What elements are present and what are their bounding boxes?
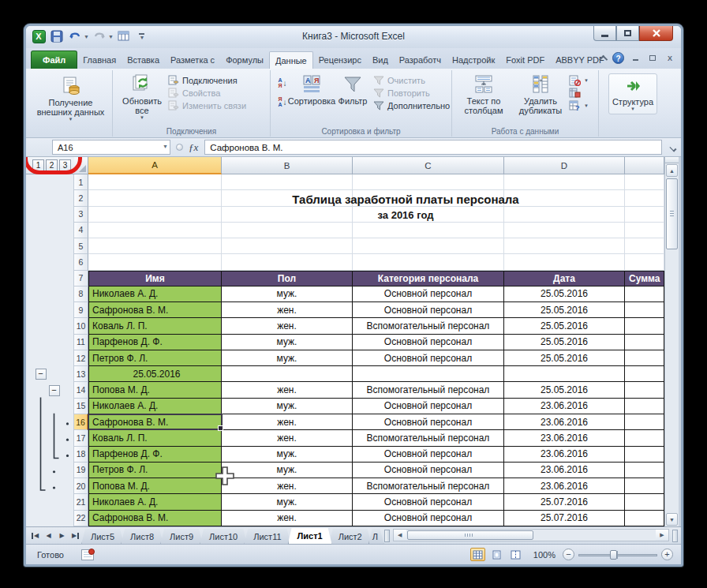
cell[interactable] — [88, 254, 222, 270]
row-header-22[interactable]: 22 — [74, 511, 88, 526]
cell-A22[interactable]: Сафронова В. М. — [88, 511, 222, 526]
cell-C19[interactable]: Основной персонал — [353, 463, 504, 478]
cell-B17[interactable]: жен. — [222, 430, 353, 446]
column-header-B[interactable]: B — [222, 157, 353, 174]
filter-button[interactable]: Фильтр — [332, 72, 373, 108]
row-header-4[interactable]: 4 — [74, 223, 88, 238]
row-header-15[interactable]: 15 — [74, 399, 88, 414]
ribbon-tab-Foxit PDF[interactable]: Foxit PDF — [500, 51, 550, 69]
cell-E15[interactable] — [625, 399, 664, 414]
cell-C15[interactable]: Основной персонал — [353, 399, 504, 414]
ribbon-tab-Данные[interactable]: Данные — [269, 51, 313, 69]
cell-B9[interactable]: жен. — [222, 302, 353, 318]
row-header-17[interactable]: 17 — [74, 430, 88, 446]
cell[interactable] — [353, 190, 504, 206]
cell[interactable] — [625, 207, 664, 223]
cell-A8[interactable]: Николаев А. Д. — [88, 287, 222, 302]
cell-C16[interactable]: Основной персонал — [353, 414, 504, 430]
table-header-Сумма[interactable]: Сумма — [625, 271, 664, 287]
scrollbar-split-handle[interactable] — [665, 157, 679, 163]
cell-B11[interactable]: муж. — [222, 335, 353, 350]
insert-function-icon[interactable]: ƒx — [189, 141, 198, 154]
cell[interactable] — [353, 366, 504, 382]
cell[interactable] — [353, 238, 504, 254]
vertical-scrollbar-thumb[interactable] — [666, 178, 678, 249]
cell[interactable] — [88, 174, 222, 190]
tab-file[interactable]: Файл — [31, 51, 77, 69]
row-header-18[interactable]: 18 — [74, 447, 88, 463]
cell[interactable] — [88, 223, 222, 238]
row-header-7[interactable]: 7 — [74, 271, 88, 287]
maximize-button[interactable] — [616, 26, 639, 41]
scroll-left-icon[interactable]: ◀ — [394, 530, 406, 541]
cell-D9[interactable]: 25.05.2016 — [504, 302, 625, 318]
sort-ascending-button[interactable]: АЯ↓ — [274, 74, 291, 92]
column-header-C[interactable]: C — [353, 157, 504, 174]
row-header-9[interactable]: 9 — [74, 302, 88, 318]
cell[interactable] — [504, 366, 625, 382]
cell-A17[interactable]: Коваль Л. П. — [88, 430, 222, 446]
help-icon[interactable]: ? — [612, 52, 624, 64]
cell-B14[interactable]: жен. — [222, 382, 353, 398]
cell[interactable] — [222, 174, 353, 190]
row-header-13[interactable]: 13 — [74, 366, 88, 382]
group-label-data-tools[interactable]: Работа с данными — [452, 127, 598, 136]
column-header-A[interactable]: A — [88, 157, 222, 174]
row-header-21[interactable]: 21 — [74, 494, 88, 510]
cell-E19[interactable] — [625, 463, 664, 478]
window-split-handle[interactable] — [672, 530, 678, 542]
cell-E20[interactable] — [625, 478, 664, 494]
cell[interactable] — [625, 190, 664, 206]
get-external-data-button[interactable]: Получение внешних данных ▼ — [32, 73, 109, 124]
cell-B21[interactable]: муж. — [222, 494, 353, 510]
collapse-group-button-row-14[interactable]: − — [49, 385, 60, 396]
cell-B12[interactable]: муж. — [222, 350, 353, 366]
row-header-10[interactable]: 10 — [74, 318, 88, 334]
cell-E22[interactable] — [625, 511, 664, 526]
ribbon-tab-Вид[interactable]: Вид — [367, 51, 394, 69]
cell-E10[interactable] — [625, 318, 664, 334]
zoom-slider-thumb[interactable] — [610, 550, 617, 560]
cell-A20[interactable]: Попова М. Д. — [88, 478, 222, 494]
cell[interactable] — [222, 223, 353, 238]
cell[interactable] — [222, 238, 353, 254]
sheet-tab-Лист1[interactable]: Лист1 — [288, 528, 332, 545]
data-validation-button[interactable]: ▼ — [569, 75, 589, 86]
cell-E9[interactable] — [625, 302, 664, 318]
cell[interactable] — [353, 254, 504, 270]
cell-C12[interactable]: Основной персонал — [353, 350, 504, 366]
cell-B19[interactable]: муж. — [222, 463, 353, 478]
vertical-scrollbar-track[interactable] — [665, 250, 679, 512]
next-sheet-button[interactable]: ▶ — [56, 530, 68, 541]
cell[interactable] — [88, 190, 222, 206]
ribbon-tab-Главная[interactable]: Главная — [77, 51, 122, 69]
cell-A15[interactable]: Николаев А. Д. — [88, 399, 222, 414]
sort-filter-item-Дополнительно[interactable]: Дополнительно — [373, 100, 450, 110]
cell-A18[interactable]: Парфенов Д. Ф. — [88, 447, 222, 463]
cell-D15[interactable]: 23.06.2016 — [504, 399, 625, 414]
cell-C11[interactable]: Основной персонал — [353, 335, 504, 350]
cell[interactable] — [222, 190, 353, 206]
cell-C21[interactable]: Основной персонал — [353, 494, 504, 510]
cell-D16[interactable]: 23.06.2016 — [504, 414, 625, 430]
macro-record-icon[interactable] — [81, 549, 94, 560]
cell[interactable] — [353, 223, 504, 238]
consolidate-button[interactable] — [569, 88, 589, 99]
tab-split-handle[interactable] — [384, 530, 390, 542]
row-header-16[interactable]: 16 — [74, 414, 88, 430]
sheet-tab-Лист2[interactable]: Лист2 — [329, 529, 372, 545]
text-to-columns-button[interactable]: Текст по столбцам — [455, 72, 512, 118]
cell-B8[interactable]: муж. — [222, 287, 353, 302]
last-sheet-button[interactable]: ▶ — [69, 530, 81, 541]
cell-B15[interactable]: муж. — [222, 399, 353, 414]
group-label-sort-filter[interactable]: Сортировка и фильтр — [271, 127, 451, 136]
cell-A14[interactable]: Попова М. Д. — [88, 382, 222, 398]
scroll-up-icon[interactable]: ▲ — [666, 164, 678, 177]
name-box[interactable]: A16 ▼ — [52, 140, 170, 155]
name-box-dropdown-icon[interactable]: ▼ — [163, 144, 168, 149]
cell-A21[interactable]: Николаев А. Д. — [88, 494, 222, 510]
cell-E11[interactable] — [625, 335, 664, 350]
remove-duplicates-button[interactable]: Удалить дубликаты — [512, 72, 569, 118]
sheet-tab-Лист8[interactable]: Лист8 — [121, 529, 163, 545]
cell-E17[interactable] — [625, 430, 664, 446]
